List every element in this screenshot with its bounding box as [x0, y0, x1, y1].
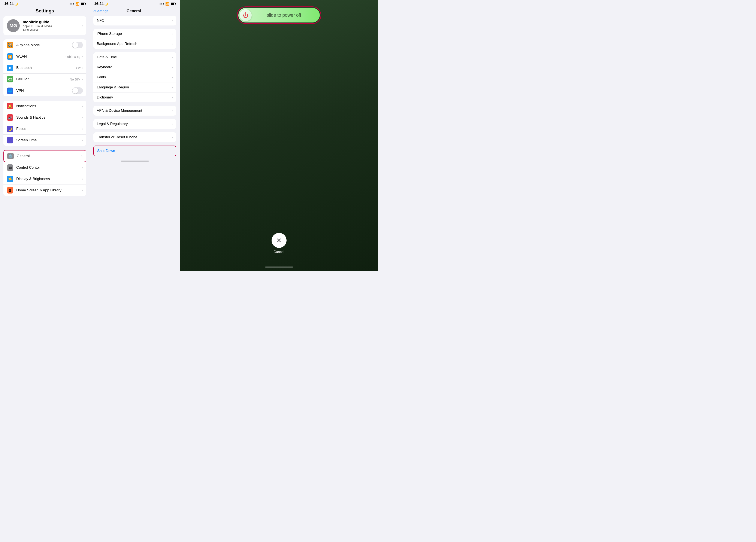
storage-group: iPhone Storage › Background App Refresh … — [93, 29, 176, 49]
iphone-storage-label: iPhone Storage — [97, 32, 172, 36]
profile-info: mobitrix guide Apple ID, iCloud, Media& … — [23, 20, 79, 32]
display-brightness-icon: ☀️ — [7, 176, 13, 182]
more-settings-group: ▦ Control Center › ☀️ Display & Brightne… — [3, 162, 86, 196]
fonts-label: Fonts — [97, 75, 172, 79]
control-center-icon: ▦ — [7, 164, 13, 171]
slide-power-container: ⏻ slide to power off — [237, 6, 321, 24]
keyboard-item[interactable]: Keyboard › — [93, 62, 176, 72]
status-bar-settings: 16:24 🌙 📶 — [0, 0, 90, 7]
back-button-general[interactable]: ‹ Settings — [93, 9, 108, 13]
status-icons-settings: 📶 — [70, 2, 85, 6]
keyboard-chevron: › — [172, 65, 173, 69]
wlan-icon: 📶 — [7, 53, 13, 60]
control-center-label: Control Center — [16, 166, 82, 170]
notifications-group: 🔔 Notifications › 🔊 Sounds & Haptics › 🌙… — [3, 101, 86, 146]
screen-time-icon: ⏱ — [7, 137, 13, 144]
fonts-item[interactable]: Fonts › — [93, 72, 176, 82]
vpn-toggle[interactable] — [72, 87, 83, 94]
background-refresh-item[interactable]: Background App Refresh › — [93, 39, 176, 49]
network-group: ✈️ Airplane Mode 📶 WLAN mobitrix-5g › B … — [3, 39, 86, 96]
general-panel: 16:24 🌙 📶 ‹ Settings General NFC › — [90, 0, 180, 271]
profile-card[interactable]: MG mobitrix guide Apple ID, iCloud, Medi… — [3, 16, 86, 35]
shutdown-item[interactable]: Shut Down — [94, 146, 176, 156]
signal-dot-g3 — [163, 3, 164, 4]
wifi-icon-settings: 📶 — [75, 2, 79, 6]
signal-dot-1 — [70, 3, 71, 4]
homescreen-chevron: › — [82, 188, 83, 192]
general-item-highlighted[interactable]: ⚙️ General › — [3, 150, 86, 162]
cellular-value: No SIM — [70, 78, 81, 81]
general-chevron: › — [81, 154, 82, 158]
slide-power-pill[interactable]: ⏻ slide to power off — [238, 8, 320, 22]
notifications-chevron: › — [82, 104, 83, 108]
airplane-mode-toggle[interactable] — [72, 42, 83, 48]
bluetooth-label: Bluetooth — [16, 66, 76, 70]
avatar: MG — [7, 19, 20, 32]
vpn-label: VPN — [16, 89, 72, 93]
language-region-item[interactable]: Language & Region › — [93, 82, 176, 93]
vpn-device-mgmt-chevron: › — [172, 109, 173, 113]
slide-power-border: ⏻ slide to power off — [237, 6, 321, 24]
back-chevron-icon: ‹ — [93, 9, 95, 13]
transfer-reset-item[interactable]: Transfer or Reset iPhone › — [93, 132, 176, 142]
legal-group: Legal & Regulatory › — [93, 119, 176, 129]
legal-chevron: › — [172, 122, 173, 126]
bluetooth-chevron: › — [82, 66, 83, 70]
back-label: Settings — [95, 9, 108, 13]
wlan-chevron: › — [82, 55, 83, 58]
moon-icon-settings: 🌙 — [14, 2, 18, 6]
power-button-circle: ⏻ — [240, 9, 252, 21]
wlan-value: mobitrix-5g — [64, 55, 80, 58]
wlan-item[interactable]: 📶 WLAN mobitrix-5g › — [3, 51, 86, 62]
cancel-area: ✕ Cancel — [272, 233, 287, 254]
general-label: General — [17, 154, 81, 158]
focus-chevron: › — [82, 127, 83, 131]
dictionary-item[interactable]: Dictionary › — [93, 93, 176, 102]
cellular-chevron: › — [82, 77, 83, 81]
bluetooth-item[interactable]: B Bluetooth Off › — [3, 62, 86, 74]
iphone-storage-item[interactable]: iPhone Storage › — [93, 29, 176, 39]
background-refresh-label: Background App Refresh — [97, 42, 172, 46]
notifications-icon: 🔔 — [7, 103, 13, 109]
notifications-label: Notifications — [16, 104, 82, 108]
fonts-chevron: › — [172, 75, 173, 79]
general-icon: ⚙️ — [7, 153, 14, 159]
general-scroll: NFC › iPhone Storage › Background App Re… — [90, 16, 180, 271]
airplane-mode-label: Airplane Mode — [16, 43, 72, 47]
vpn-icon: 🌐 — [7, 88, 13, 94]
focus-item[interactable]: 🌙 Focus › — [3, 123, 86, 135]
notifications-item[interactable]: 🔔 Notifications › — [3, 101, 86, 112]
homescreen-item[interactable]: ⊞ Home Screen & App Library › — [3, 185, 86, 196]
screen-time-item[interactable]: ⏱ Screen Time › — [3, 135, 86, 146]
profile-subtitle: Apple ID, iCloud, Media& Purchases — [23, 24, 79, 32]
sounds-item[interactable]: 🔊 Sounds & Haptics › — [3, 112, 86, 123]
signal-dot-g1 — [160, 3, 161, 4]
transfer-group: Transfer or Reset iPhone › — [93, 132, 176, 142]
signal-dot-2 — [71, 3, 72, 4]
vpn-device-mgmt-item[interactable]: VPN & Device Management › — [93, 106, 176, 116]
control-center-item[interactable]: ▦ Control Center › — [3, 162, 86, 173]
battery-icon-general — [171, 3, 175, 5]
settings-scroll: MG mobitrix guide Apple ID, iCloud, Medi… — [0, 16, 90, 271]
legal-item[interactable]: Legal & Regulatory › — [93, 119, 176, 129]
bluetooth-value: Off — [76, 66, 81, 70]
airplane-mode-icon: ✈️ — [7, 42, 13, 48]
date-time-item[interactable]: Date & Time › — [93, 52, 176, 62]
airplane-mode-item[interactable]: ✈️ Airplane Mode — [3, 39, 86, 51]
control-center-chevron: › — [82, 166, 83, 170]
locale-group: Date & Time › Keyboard › Fonts › Languag… — [93, 52, 176, 102]
power-icon: ⏻ — [243, 12, 248, 18]
status-time-general: 16:24 — [94, 2, 103, 6]
display-brightness-item[interactable]: ☀️ Display & Brightness › — [3, 173, 86, 185]
status-time-settings: 16:24 — [4, 2, 13, 6]
nfc-item[interactable]: NFC › — [93, 16, 176, 25]
shutdown-container: Shut Down — [93, 146, 176, 156]
background-refresh-chevron: › — [172, 42, 173, 46]
keyboard-label: Keyboard — [97, 65, 172, 69]
cellular-icon: ((·)) — [7, 76, 13, 82]
vpn-item[interactable]: 🌐 VPN — [3, 85, 86, 96]
cellular-item[interactable]: ((·)) Cellular No SIM › — [3, 74, 86, 85]
profile-name: mobitrix guide — [23, 20, 79, 24]
signal-dots-settings — [70, 3, 74, 4]
cancel-button[interactable]: ✕ — [272, 233, 287, 248]
